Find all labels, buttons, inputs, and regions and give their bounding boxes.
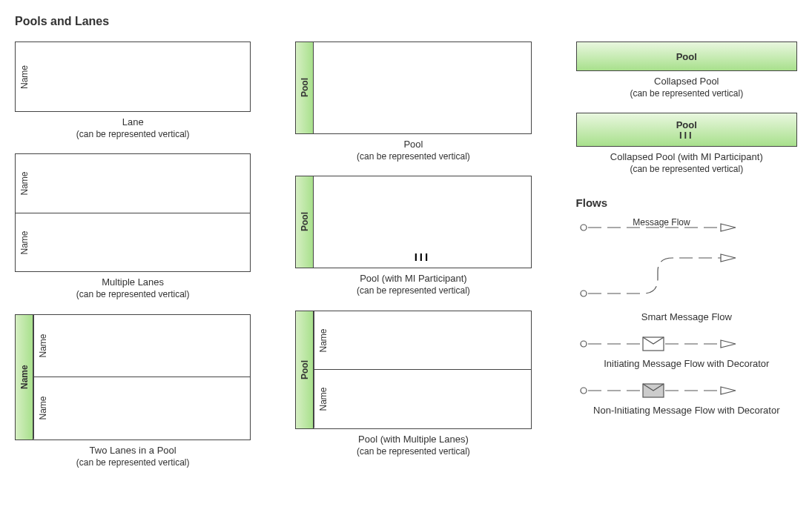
two-lanes-pool-caption: Two Lanes in a Pool (can be represented … [15,445,251,468]
flow-caption: Smart Message Flow [576,311,797,322]
lane-caption-sub: (can be represented vertical) [15,129,251,141]
flow-arrow-icon [721,387,736,394]
flow-label: Message Flow [633,217,690,228]
caption-sub: (can be represented vertical) [295,446,531,458]
flow-caption: Non-Initiating Message Flow with Decorat… [576,405,797,416]
flow-arrow-icon [721,254,736,262]
flow-caption: Initiating Message Flow with Decorator [576,358,797,369]
caption-title: Pool [295,139,531,151]
lane-body [33,154,250,213]
caption-title: Pool (with MI Participant) [295,273,531,285]
flow-arrow-icon [721,224,736,231]
caption-sub: (can be represented vertical) [295,151,531,163]
collapsed-pool-label: Pool [676,119,697,130]
pool-body: III [314,176,530,268]
pool-label: Pool [296,176,313,268]
flow-curve-icon [588,258,721,293]
mi-participant-icon: III [679,130,694,140]
caption-title: Collapsed Pool [576,76,797,88]
caption-title: Pool (with Multiple Lanes) [295,434,531,446]
non-initiating-message-flow-shape: Non-Initiating Message Flow with Decorat… [576,379,797,416]
pool-label: Pool [296,311,313,428]
section-title: Pools and Lanes [15,15,797,28]
column-1: Name Lane (can be represented vertical) … [15,42,251,482]
lane-row: Name [16,154,250,213]
lane-row: Name [314,369,530,428]
flow-start-circle-icon [581,225,587,231]
lane-body [331,370,530,428]
column-3: Pool Collapsed Pool (can be represented … [576,42,797,482]
lane-body [33,213,250,272]
lane-shape: Name [15,42,251,112]
lane-row: Name [33,315,250,377]
caption-sub: (can be represented vertical) [15,289,251,301]
lane-body [51,377,250,440]
lane-body [331,311,530,370]
lane-caption: Lane (can be represented vertical) [15,116,251,140]
lane-label: Name [16,213,33,272]
pool-header: Pool [296,42,314,133]
pool-header: Pool [296,176,314,268]
lane-caption-title: Lane [15,116,251,129]
lane-label: Name [33,315,51,377]
lane-row: Name [16,213,250,272]
pool-multiple-lanes-shape: Pool Name Name [295,311,531,429]
lane-body [33,42,250,111]
pool-multiple-lanes-caption: Pool (with Multiple Lanes) (can be repre… [295,434,531,457]
collapsed-pool-mi-shape: Pool III [576,113,797,147]
collapsed-pool-mi-caption: Collapsed Pool (with MI Participant) (ca… [576,151,797,175]
flows-title: Flows [576,196,797,209]
caption-sub: (can be represented vertical) [576,88,797,100]
caption-sub: (can be represented vertical) [15,457,251,469]
caption-title: Two Lanes in a Pool [15,445,251,457]
message-flow-shape: Message Flow [576,216,797,239]
lanes-container: Name Name [33,315,250,440]
column-2: Pool Pool (can be represented vertical) … [295,42,531,482]
pool-label: Name [16,315,33,440]
pool-header: Pool [296,311,314,428]
lanes-container: Name Name [314,311,530,428]
lane-label: Name [16,154,33,213]
initiating-message-flow-shape: Initiating Message Flow with Decorator [576,333,797,369]
pool-caption: Pool (can be represented vertical) [295,139,531,162]
caption-title: Collapsed Pool (with MI Participant) [576,151,797,164]
caption-sub: (can be represented vertical) [295,285,531,297]
lane-label: Name [314,311,331,370]
lane-label: Name [314,370,331,428]
lane-row: Name [314,311,530,370]
lane-label: Name [33,377,51,440]
pool-body [314,42,530,133]
columns: Name Lane (can be represented vertical) … [15,42,797,482]
mi-participant-icon: III [415,251,431,263]
collapsed-pool-label: Pool [676,51,697,62]
pool-shape: Pool [295,42,531,134]
pool-mi-caption: Pool (with MI Participant) (can be repre… [295,273,531,296]
lane-label: Name [16,42,33,111]
flow-start-circle-icon [581,388,587,394]
flow-start-circle-icon [581,341,587,347]
caption-sub: (can be represented vertical) [576,164,797,176]
pool-mi-shape: Pool III [295,176,531,268]
multiple-lanes-shape: Name Name [15,153,251,272]
collapsed-pool-shape: Pool [576,42,797,71]
lane-row: Name [33,377,250,440]
flow-arrow-icon [721,340,736,348]
multiple-lanes-caption: Multiple Lanes (can be represented verti… [15,276,251,300]
lane-body [51,315,250,377]
smart-message-flow-shape: Smart Message Flow [576,249,797,322]
two-lanes-pool-shape: Name Name Name [15,314,251,440]
pool-label: Pool [296,42,313,133]
flow-start-circle-icon [581,291,587,296]
collapsed-pool-caption: Collapsed Pool (can be represented verti… [576,76,797,99]
caption-title: Multiple Lanes [15,276,251,289]
pool-header: Name [16,315,33,440]
